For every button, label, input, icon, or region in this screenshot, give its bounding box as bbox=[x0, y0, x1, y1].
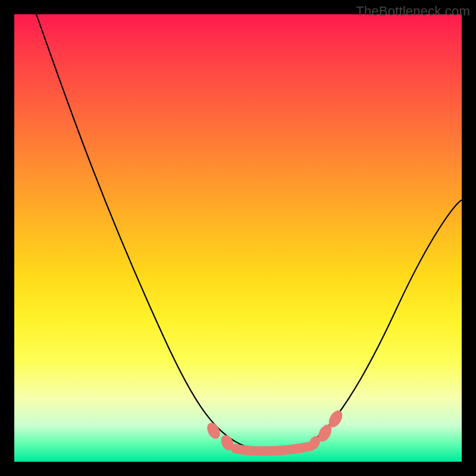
bottleneck-curve bbox=[36, 14, 462, 451]
chart-plot-area bbox=[14, 14, 462, 462]
chart-svg bbox=[14, 14, 462, 462]
highlight-markers bbox=[205, 409, 345, 452]
valley-highlight bbox=[236, 446, 311, 451]
chart-frame: TheBottleneck.com bbox=[0, 0, 476, 476]
svg-point-0 bbox=[205, 421, 222, 440]
